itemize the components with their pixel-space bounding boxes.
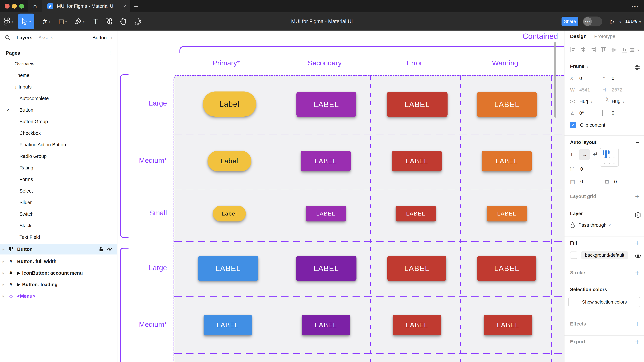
fill-row[interactable]: background/default [570,251,628,259]
mui-button-large-error[interactable]: LABEL [387,256,446,281]
canvas[interactable]: Contained Primary*SecondaryErrorWarning … [118,31,564,362]
mui-button-medium-primary[interactable]: LABEL [204,315,252,335]
blend-mask-icon[interactable] [634,212,641,219]
traffic-close-button[interactable] [4,4,10,9]
sidebar-page-theme[interactable]: Theme [0,70,117,81]
h-value[interactable]: 2672 [612,87,622,93]
expand-chevron-icon[interactable]: ▸ [3,283,7,287]
expand-chevron-icon[interactable]: ▸ [3,259,7,263]
fill-color-swatch[interactable] [570,252,577,259]
align-right-icon[interactable] [588,46,599,54]
mui-button-medium-error[interactable]: LABEL [393,315,441,335]
mui-button-small-error[interactable]: LABEL [396,206,436,222]
chevron-down-icon[interactable]: ∨ [639,20,641,24]
auto-layout-header[interactable]: Auto layout [570,139,596,145]
position-y-row[interactable]: Y0 [602,76,614,81]
sidebar-page-switch[interactable]: Switch [0,208,117,220]
align-vertical-center-icon[interactable] [609,46,619,54]
align-left-icon[interactable] [568,46,578,54]
browser-overflow-menu[interactable]: ••• [632,4,639,10]
mui-button-large-secondary[interactable]: LABEL [296,256,356,281]
layer-row-button-loading[interactable]: ▸#▶Button: loading [0,279,117,290]
expand-chevron-icon[interactable]: ▸ [3,294,7,298]
vertical-padding-row[interactable]: ⊡0 [605,179,617,185]
search-icon[interactable] [5,35,10,41]
sidebar-page-floating-action-button[interactable]: Floating Action Button [0,139,117,150]
sidebar-page-radio-group[interactable]: Radio Group [0,150,117,162]
sidebar-page-button-group[interactable]: Button Group [0,116,117,127]
present-button[interactable]: ▷ [610,18,615,25]
sidebar-page-stack[interactable]: Stack [0,220,117,231]
show-selection-colors-button[interactable]: Show selection colors [568,297,640,307]
position-x-row[interactable]: X0 [570,76,582,81]
blend-mode-row[interactable]: Pass through ∨ [570,222,611,228]
mui-button-medium-secondary[interactable]: LABEL [301,151,351,171]
layer-header[interactable]: Layer [570,211,583,216]
align-horizontal-center-icon[interactable] [578,46,588,54]
tab-close-icon[interactable]: × [123,3,126,10]
add-layout-grid-button[interactable]: + [635,193,640,201]
add-fill-button[interactable]: + [635,239,640,247]
chevron-down-icon[interactable]: ∨ [619,20,622,24]
sidebar-page-select[interactable]: Select [0,185,117,197]
horizontal-sizing-row[interactable]: ><Hug∨ [570,99,592,104]
mui-button-small-primary[interactable]: Label [213,206,246,222]
mui-button-small-warning[interactable]: LABEL [487,206,527,222]
layout-direction-down[interactable]: ↓ [570,151,573,158]
mui-button-medium-secondary[interactable]: LABEL [302,315,350,335]
clip-content-checkbox[interactable]: ✓ [570,122,576,128]
traffic-zoom-button[interactable] [19,4,24,9]
horizontal-padding-value[interactable]: 0 [580,179,583,184]
tab-design[interactable]: Design [570,34,586,39]
expand-chevron-icon[interactable]: ▸ [3,271,7,275]
gap-value[interactable]: 0 [580,166,583,172]
fill-header[interactable]: Fill [570,240,577,246]
mui-button-medium-error[interactable]: LABEL [392,151,442,171]
v-sizing-value[interactable]: Hug [612,99,620,104]
frame-header[interactable]: Frame [570,64,584,69]
new-tab-button[interactable]: + [134,2,138,11]
dev-mode-toggle[interactable]: </> [583,17,602,27]
sidebar-page-forms[interactable]: Forms [0,173,117,185]
add-page-button[interactable]: + [108,49,112,57]
mui-button-small-secondary[interactable]: LABEL [306,206,346,222]
align-top-icon[interactable] [599,46,609,54]
x-value[interactable]: 0 [579,76,582,81]
alignment-grid[interactable] [600,148,619,167]
remove-auto-layout-button[interactable]: − [636,138,640,146]
stroke-header[interactable]: Stroke [570,270,585,275]
unlock-icon[interactable] [99,247,103,252]
tab-layers[interactable]: Layers [16,35,32,41]
corner-radius-row[interactable]: 0 [602,110,614,116]
home-tab-button[interactable]: ⌂ [28,0,42,12]
sidebar-page-inputs[interactable]: ↓Inputs [0,81,117,93]
add-export-button[interactable]: + [635,338,640,346]
fill-token-chip[interactable]: background/default [581,251,628,259]
mui-button-large-warning[interactable]: LABEL [477,92,537,117]
clip-content-row[interactable]: ✓ Clip content [570,122,605,128]
active-tab[interactable]: MUI for Figma - Material UI × [42,0,130,12]
width-row[interactable]: W4541 [570,87,590,93]
add-stroke-button[interactable]: + [635,269,640,277]
expand-chevron-icon[interactable]: ▸ [3,247,7,251]
tab-assets[interactable]: Assets [38,35,53,41]
mui-button-large-primary[interactable]: LABEL [198,256,258,281]
gap-row[interactable]: ]|[0 [570,166,583,172]
layer-row--menu-[interactable]: ▸◇<Menu> [0,291,117,301]
blend-mode-value[interactable]: Pass through [578,223,606,228]
sidebar-page-button[interactable]: ✓Button [0,104,117,116]
canvas-scrollbar[interactable] [554,42,556,118]
sidebar-page-checkbox[interactable]: Checkbox [0,127,117,139]
h-sizing-value[interactable]: Hug [579,99,588,104]
traffic-minimize-button[interactable] [12,4,17,9]
mui-button-medium-warning[interactable]: LABEL [482,151,532,171]
layer-row-button[interactable]: ▸Button [0,244,117,255]
mui-button-large-error[interactable]: LABEL [387,92,448,117]
share-button[interactable]: Share [562,17,578,26]
mui-button-medium-warning[interactable]: LABEL [484,315,532,335]
sidebar-page-rating[interactable]: Rating [0,162,117,173]
frame-title[interactable]: Contained [522,32,564,42]
vertical-padding-value[interactable]: 0 [614,179,617,185]
distribute-icon[interactable]: ∨ [629,46,640,54]
sidebar-page-autocomplete[interactable]: Autocomplete [0,93,117,104]
